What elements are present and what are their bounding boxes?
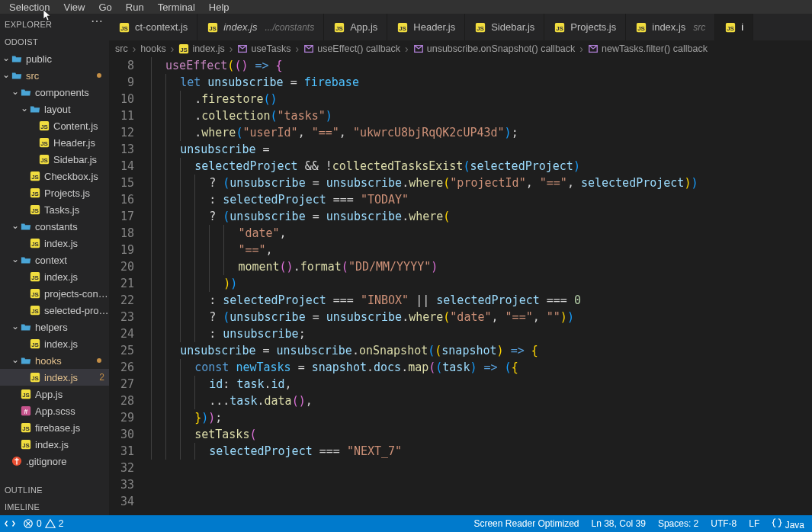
tree-item-helpers[interactable]: ⌄helpers [0,319,109,335]
folder-open-icon [20,354,32,367]
breadcrumb-item[interactable]: src [115,43,128,54]
menu-item-help[interactable]: Help [203,1,236,14]
tree-item-label: App.js [35,389,63,400]
editor-tab-app-js[interactable]: JSApp.js [324,14,387,40]
tree-item-index-js[interactable]: JSindex.js [0,335,109,352]
breadcrumb-item[interactable]: hooks [140,43,165,54]
menu-item-view[interactable]: View [57,1,91,14]
tree-item--gitignore[interactable]: .gitignore [0,453,109,470]
tree-item-checkbox-js[interactable]: JSCheckbox.js [0,168,109,184]
tree-item-app-js[interactable]: JSApp.js [0,386,109,402]
project-title-text: ODOIST [5,37,38,46]
js-icon: JS [29,187,41,199]
chevron-icon [20,305,29,314]
tab-filename: Sidebar.js [491,21,534,33]
editor-tabs: JSct-context.jsJSindex.js.../constantsJS… [109,14,812,40]
chevron-icon [11,389,20,398]
svg-text:JS: JS [31,207,39,214]
explorer-sidebar: EXPLORER ⋯ ODOIST ⌄public⌄src⌄components… [0,14,109,515]
folder-open-icon [11,69,23,82]
tree-item-index-js[interactable]: JSindex.js [0,436,109,453]
tree-item-firebase-js[interactable]: JSfirebase.js [0,419,109,436]
tree-item-public[interactable]: ⌄public [0,50,109,67]
error-count: 0 [37,518,42,529]
js-icon: JS [635,21,647,34]
tree-item-layout[interactable]: ⌄layout [0,101,109,117]
chevron-icon [20,204,29,213]
tree-item-app-scss[interactable]: #App.scss [0,402,109,419]
svg-text:JS: JS [31,308,39,315]
menu-item-selection[interactable]: Selection [3,1,56,14]
editor-tab-projects-js[interactable]: JSProjects.js [544,14,626,40]
editor-tab-header-js[interactable]: JSHeader.js [387,14,465,40]
warning-icon [45,518,56,529]
folder-open-icon [20,86,32,98]
editor-tab-sidebar-js[interactable]: JSSidebar.js [465,14,544,40]
screen-reader-status[interactable]: Screen Reader Optimized [473,518,579,529]
tree-item-header-js[interactable]: JSHeader.js [0,134,109,151]
chevron-icon [20,171,29,180]
tree-item-index-js[interactable]: JSindex.js [0,268,109,285]
code-editor[interactable]: 8910111213141516171819202122232425262728… [109,57,812,515]
menu-item-go[interactable]: Go [92,1,117,14]
tree-item-src[interactable]: ⌄src [0,67,109,84]
svg-text:JS: JS [181,46,188,53]
svg-text:JS: JS [22,425,30,432]
menu-item-run[interactable]: Run [120,1,150,14]
breadcrumb-item[interactable]: useTasks [237,43,290,54]
editor-tab-index-js[interactable]: JSindex.jssrc [626,14,715,40]
tree-item-selected-proje-[interactable]: JSselected-proje… [0,302,109,319]
chevron-icon [11,422,20,431]
more-icon[interactable]: ⋯ [91,17,103,26]
editor-tab-ct-context-js[interactable]: JSct-context.js [109,14,197,40]
tree-item-tasks-js[interactable]: JSTasks.js [0,201,109,218]
svg-text:JS: JS [31,291,39,298]
js-icon: JS [29,271,41,283]
tree-item-hooks[interactable]: ⌄hooks [0,352,109,369]
tree-item-index-js[interactable]: JSindex.js2 [0,369,109,386]
outline-title-text: OUTLINE [5,486,43,495]
svg-text:#: # [24,408,28,415]
breadcrumb-item[interactable]: useEffect() callback [303,43,400,54]
remote-button[interactable] [5,518,15,529]
modified-dot-icon [97,73,101,78]
tree-item-context[interactable]: ⌄context [0,252,109,268]
breadcrumbs[interactable]: src›hooks›JSindex.js›useTasks›useEffect(… [109,40,812,57]
tree-item-projects-js[interactable]: JSProjects.js [0,184,109,201]
timeline-title[interactable]: IMELINE [0,498,109,515]
outline-title[interactable]: OUTLINE [0,482,109,498]
project-title[interactable]: ODOIST [0,34,109,50]
tree-item-sidebar-js[interactable]: JSSidebar.js [0,151,109,168]
cursor-position[interactable]: Ln 38, Col 39 [592,518,646,529]
chevron-icon [29,120,38,130]
chevron-icon: ⌄ [11,355,20,364]
encoding-status[interactable]: UTF-8 [711,518,737,529]
warning-count: 2 [59,518,64,529]
editor-tab-i[interactable]: JSi [715,14,753,40]
chevron-icon [20,288,29,297]
tree-item-label: index.js [44,338,78,350]
tree-item-label: src [26,70,39,82]
indentation-status[interactable]: Spaces: 2 [658,518,698,529]
menu-item-terminal[interactable]: Terminal [152,1,201,14]
breadcrumb-item[interactable]: newTasks.filter() callback [588,43,708,54]
language-mode[interactable]: Java [772,518,804,530]
tree-item-label: App.scss [35,405,75,417]
tree-item-content-js[interactable]: JSContent.js [0,117,109,134]
breadcrumb-item[interactable]: unsubscribe.onSnapshot() callback [413,43,576,54]
code-content[interactable]: useEffect(() => { let unsubscribe = fire… [151,57,812,515]
tab-filename: App.js [350,21,377,33]
method-icon [237,43,248,54]
breadcrumb-item[interactable]: JSindex.js [178,43,224,54]
problems-button[interactable]: 0 2 [23,518,63,529]
tree-item-constants[interactable]: ⌄constants [0,218,109,235]
editor-tab-index-js[interactable]: JSindex.js.../constants [197,14,324,40]
js-icon: JS [29,170,41,182]
tree-item-index-js[interactable]: JSindex.js [0,235,109,252]
eol-status[interactable]: LF [749,518,759,529]
tab-filename: ct-context.js [135,21,188,33]
remote-icon [5,518,15,529]
chevron-right-icon: › [228,43,235,55]
tree-item-components[interactable]: ⌄components [0,84,109,101]
tree-item-projects-conte-[interactable]: JSprojects-conte… [0,285,109,302]
